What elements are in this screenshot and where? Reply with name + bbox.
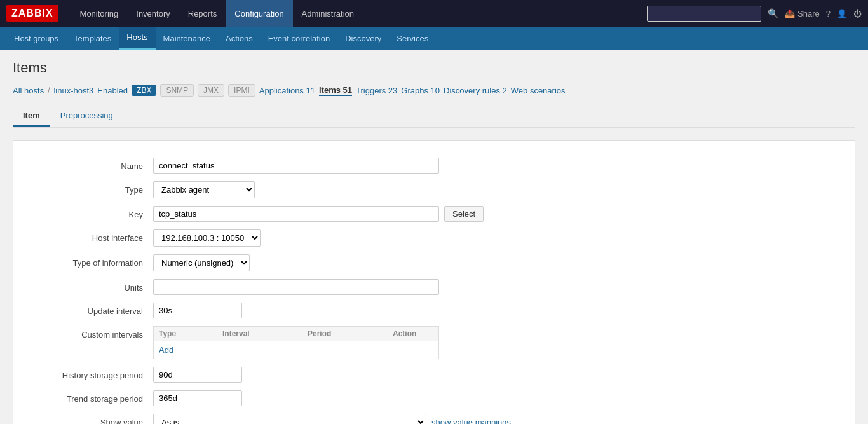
col-type: Type bbox=[154, 327, 217, 341]
show-value-label: Show value bbox=[26, 414, 153, 424]
units-control bbox=[153, 279, 842, 295]
form-row-update-interval: Update interval bbox=[13, 299, 855, 322]
units-input[interactable] bbox=[153, 279, 439, 295]
subnav-event-correlation[interactable]: Event correlation bbox=[261, 27, 338, 50]
logo: ZABBIX bbox=[6, 5, 58, 22]
breadcrumb-triggers[interactable]: Triggers 23 bbox=[356, 86, 397, 95]
show-value-control: As is show value mappings bbox=[153, 414, 842, 424]
col-action: Action bbox=[388, 327, 438, 341]
help-icon[interactable]: ? bbox=[826, 9, 831, 18]
form-row-units: Units bbox=[13, 275, 855, 299]
type-of-info-control: Numeric (unsigned)Numeric (float)Charact… bbox=[153, 254, 842, 271]
user-icon[interactable]: 👤 bbox=[837, 9, 847, 18]
breadcrumb-graphs[interactable]: Graphs 10 bbox=[401, 86, 440, 95]
host-interface-select[interactable]: 192.168.100.3 : 10050 bbox=[153, 229, 261, 247]
type-select[interactable]: Zabbix agentZabbix agent (active)SNMP v1… bbox=[153, 181, 255, 198]
key-input[interactable] bbox=[153, 206, 439, 222]
sub-navigation: Host groups Templates Hosts Maintenance … bbox=[0, 27, 868, 50]
host-interface-control: 192.168.100.3 : 10050 bbox=[153, 229, 842, 247]
type-control: Zabbix agentZabbix agent (active)SNMP v1… bbox=[153, 181, 842, 198]
top-nav-links: Monitoring Inventory Reports Configurati… bbox=[71, 0, 648, 27]
subnav-services[interactable]: Services bbox=[389, 27, 436, 50]
nav-administration[interactable]: Administration bbox=[293, 0, 363, 27]
subnav-actions[interactable]: Actions bbox=[218, 27, 261, 50]
key-control: Select bbox=[153, 206, 842, 222]
badge-jmx[interactable]: JMX bbox=[198, 84, 224, 97]
form-row-show-value: Show value As is show value mappings bbox=[13, 410, 855, 424]
form-row-name: Name bbox=[13, 154, 855, 177]
subnav-hosts[interactable]: Hosts bbox=[119, 27, 155, 50]
top-nav-right: 🔍 📤 Share ? 👤 ⏻ bbox=[647, 6, 862, 22]
name-control bbox=[153, 158, 842, 174]
breadcrumb: All hosts / linux-host3 Enabled ZBX SNMP… bbox=[13, 84, 855, 97]
name-label: Name bbox=[26, 158, 153, 171]
custom-intervals-body: Add bbox=[154, 341, 438, 359]
breadcrumb-applications[interactable]: Applications 11 bbox=[259, 86, 315, 95]
col-interval: Interval bbox=[217, 327, 302, 341]
name-input[interactable] bbox=[153, 158, 439, 174]
subnav-host-groups[interactable]: Host groups bbox=[6, 27, 66, 50]
badge-ipmi[interactable]: IPMI bbox=[228, 84, 255, 97]
page-title: Items bbox=[13, 60, 855, 76]
subnav-templates[interactable]: Templates bbox=[66, 27, 119, 50]
breadcrumb-separator: / bbox=[48, 86, 50, 95]
form-row-key: Key Select bbox=[13, 202, 855, 226]
add-interval-link[interactable]: Add bbox=[159, 345, 173, 355]
trend-storage-label: Trend storage period bbox=[26, 390, 153, 404]
breadcrumb-enabled[interactable]: Enabled bbox=[97, 86, 128, 95]
custom-intervals-control: Type Interval Period Action Add bbox=[153, 326, 842, 359]
nav-monitoring[interactable]: Monitoring bbox=[71, 0, 128, 27]
key-label: Key bbox=[26, 206, 153, 219]
show-value-mappings-link[interactable]: show value mappings bbox=[431, 418, 511, 424]
show-value-select[interactable]: As is bbox=[153, 414, 426, 424]
nav-inventory[interactable]: Inventory bbox=[127, 0, 179, 27]
form-row-type: Type Zabbix agentZabbix agent (active)SN… bbox=[13, 177, 855, 202]
col-period: Period bbox=[302, 327, 388, 341]
breadcrumb-host[interactable]: linux-host3 bbox=[53, 86, 93, 95]
host-interface-label: Host interface bbox=[26, 229, 153, 243]
tab-item[interactable]: Item bbox=[13, 106, 50, 127]
custom-intervals-label: Custom intervals bbox=[26, 326, 153, 339]
update-interval-control bbox=[153, 303, 842, 318]
tab-preprocessing[interactable]: Preprocessing bbox=[50, 106, 123, 127]
update-interval-input[interactable] bbox=[153, 303, 242, 318]
item-form: Name Type Zabbix agentZabbix agent (acti… bbox=[13, 140, 855, 424]
sub-tabs: Item Preprocessing bbox=[13, 106, 855, 128]
form-row-custom-intervals: Custom intervals Type Interval Period Ac… bbox=[13, 322, 855, 363]
type-of-info-label: Type of information bbox=[26, 254, 153, 268]
badge-snmp[interactable]: SNMP bbox=[160, 84, 194, 97]
form-row-trend-storage: Trend storage period bbox=[13, 386, 855, 410]
custom-intervals-table: Type Interval Period Action Add bbox=[153, 326, 439, 359]
top-navigation: ZABBIX Monitoring Inventory Reports Conf… bbox=[0, 0, 868, 27]
breadcrumb-web-scenarios[interactable]: Web scenarios bbox=[511, 86, 566, 95]
trend-storage-control bbox=[153, 390, 842, 406]
trend-storage-input[interactable] bbox=[153, 390, 242, 406]
subnav-discovery[interactable]: Discovery bbox=[337, 27, 389, 50]
search-icon[interactable]: 🔍 bbox=[768, 8, 778, 18]
nav-configuration[interactable]: Configuration bbox=[226, 0, 292, 27]
type-of-info-select[interactable]: Numeric (unsigned)Numeric (float)Charact… bbox=[153, 254, 250, 271]
form-row-host-interface: Host interface 192.168.100.3 : 10050 bbox=[13, 226, 855, 250]
subnav-maintenance[interactable]: Maintenance bbox=[156, 27, 218, 50]
form-row-history-storage: History storage period bbox=[13, 363, 855, 386]
custom-intervals-header: Type Interval Period Action bbox=[154, 327, 438, 341]
units-label: Units bbox=[26, 279, 153, 292]
breadcrumb-items[interactable]: Items 51 bbox=[319, 85, 352, 96]
update-interval-label: Update interval bbox=[26, 303, 153, 316]
breadcrumb-all-hosts[interactable]: All hosts bbox=[13, 86, 44, 95]
breadcrumb-discovery-rules[interactable]: Discovery rules 2 bbox=[444, 86, 507, 95]
history-storage-input[interactable] bbox=[153, 367, 242, 383]
share-button[interactable]: 📤 Share bbox=[785, 9, 819, 18]
badge-zbx[interactable]: ZBX bbox=[132, 85, 156, 96]
main-content: Items All hosts / linux-host3 Enabled ZB… bbox=[0, 50, 868, 424]
type-label: Type bbox=[26, 181, 153, 195]
form-row-type-of-info: Type of information Numeric (unsigned)Nu… bbox=[13, 250, 855, 275]
history-storage-label: History storage period bbox=[26, 367, 153, 380]
nav-reports[interactable]: Reports bbox=[179, 0, 226, 27]
key-select-button[interactable]: Select bbox=[444, 206, 484, 222]
history-storage-control bbox=[153, 367, 842, 383]
search-input[interactable] bbox=[647, 6, 761, 22]
logout-icon[interactable]: ⏻ bbox=[853, 9, 862, 18]
